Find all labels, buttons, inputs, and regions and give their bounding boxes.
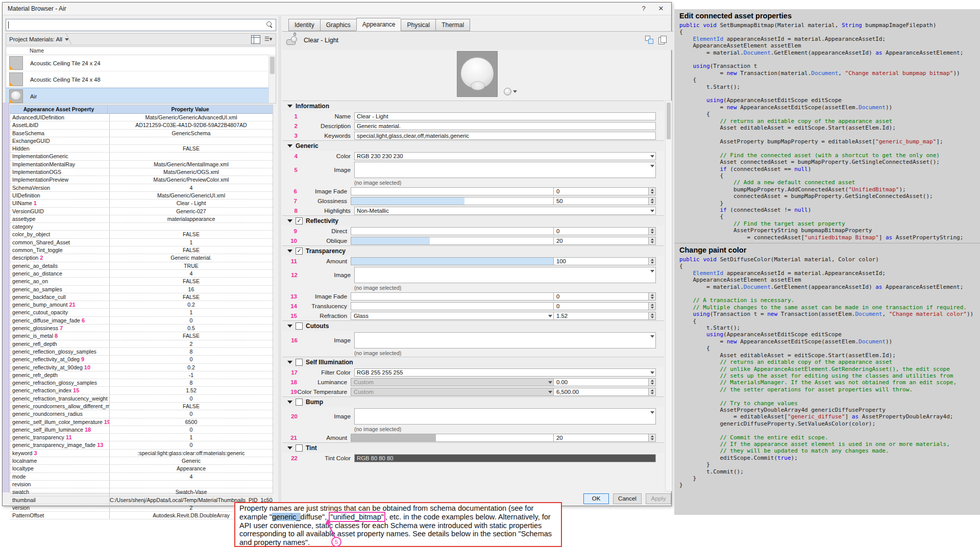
value-box[interactable]: 0 [554,227,649,235]
table-row[interactable]: generic_reflectivity_at_90deg100.2 [10,364,273,371]
duplicate-asset-icon[interactable] [658,36,666,44]
table-row[interactable]: HiddenFALSE [10,145,273,153]
table-row[interactable]: mode4 [10,473,273,481]
value-box[interactable]: 50 [554,197,649,205]
code-block[interactable]: public void SetBumpmapBitmap(Material ma… [679,22,975,241]
collapse-triangle-icon[interactable] [287,144,292,147]
collapse-triangle-icon[interactable] [287,401,292,404]
table-row[interactable]: thumbnailC:/Users/shenj/AppData/Local/Te… [10,496,273,504]
spinner-control[interactable] [649,434,656,442]
table-row[interactable]: generic_reflection_glossy_samples8 [10,348,273,356]
section-header-generic[interactable]: Generic [282,140,664,151]
collapse-triangle-icon[interactable] [287,325,292,328]
color-field[interactable]: RGB 255 255 255 [354,368,656,377]
value-box[interactable]: 100 [554,257,649,265]
ok-button[interactable]: OK [583,493,609,504]
cancel-button[interactable]: Cancel [613,493,642,504]
spinner-control[interactable] [649,302,656,310]
tab-graphics[interactable]: Graphics [320,19,356,31]
spinner-control[interactable] [649,227,656,235]
table-row[interactable]: VersionGUIDGeneric-027 [10,208,273,215]
table-row[interactable]: generic_reflectivity_at_0deg90 [10,356,273,363]
value-box[interactable]: 20 [554,237,649,245]
table-row[interactable]: generic_glossiness70.5 [10,325,273,332]
image-field[interactable] [354,162,656,178]
table-row[interactable]: generic_transparency_image_fade130 [10,441,273,449]
pane-splitter[interactable] [278,16,281,505]
section-header-reflectivity[interactable]: ✓Reflectivity [282,215,664,226]
slider-track[interactable] [351,302,554,310]
editor-scrollbar[interactable] [665,101,672,491]
value-box[interactable]: 6,500.00 [554,388,649,396]
table-row[interactable]: generic_transparency111 [10,434,273,441]
section-checkbox[interactable] [296,444,303,452]
table-row[interactable]: generic_ao_distance4 [10,270,273,278]
section-checkbox[interactable]: ✓ [296,247,303,255]
title-bar[interactable]: Material Browser - Air [3,3,671,15]
table-row[interactable]: generic_refraction_glossy_samples8 [10,379,273,387]
spinner-control[interactable] [649,187,656,195]
table-row[interactable]: keyword3:special:light:glass:clear:off:m… [10,450,273,457]
collapse-triangle-icon[interactable] [287,250,292,253]
swap-asset-icon[interactable] [645,36,653,44]
image-field[interactable] [354,267,656,283]
table-row[interactable]: ImplementationOGSMats/Generic/OGS.xml [10,168,273,176]
spinner-control[interactable] [649,388,656,396]
table-row[interactable]: category [10,223,273,231]
section-checkbox[interactable] [296,359,303,366]
table-row[interactable]: swatchSwatch-Vase [10,488,273,496]
table-row[interactable]: generic_is_metal8FALSE [10,332,273,340]
search-input[interactable] [6,19,276,31]
value-box[interactable]: 0 [554,292,649,301]
slider-track[interactable] [351,434,554,442]
value-box[interactable]: 0.00 [554,378,649,386]
slider-track[interactable] [351,257,554,265]
section-checkbox[interactable]: ✓ [296,217,303,225]
section-header-self-illumination[interactable]: Self Illumination [282,357,664,367]
list-header-name[interactable]: Name [6,47,276,55]
spinner-control[interactable] [649,312,656,320]
section-checkbox[interactable] [296,322,303,330]
value-box[interactable]: 0 [554,302,649,310]
value-box[interactable]: 1.52 [554,312,649,320]
text-field[interactable]: Generic material. [354,122,656,130]
spinner-control[interactable] [649,197,656,205]
split-view-icon[interactable] [251,35,260,44]
table-row[interactable]: UIName1Clear - Light [10,200,273,207]
table-row[interactable]: generic_bump_amount210.2 [10,301,273,309]
table-row[interactable]: localtypeAppearance [10,465,273,472]
color-field[interactable]: RGB 80 80 80 [354,454,656,462]
table-left-scroll-strip[interactable] [3,103,9,492]
table-row[interactable]: generic_ao_detailsTRUE [10,262,273,270]
table-row[interactable]: generic_refraction_index151.52 [10,387,273,394]
value-box[interactable]: 0 [554,187,649,195]
table-row[interactable]: localnameGeneric [10,457,273,465]
table-row[interactable]: color_by_objectFALSE [10,231,273,238]
table-row[interactable]: ImplementationPreviewMats/Generic/Previe… [10,176,273,184]
table-row[interactable]: generic_refr_depth-1 [10,371,273,379]
tab-identity[interactable]: Identity [288,19,320,31]
dropdown[interactable]: Glass [351,312,554,320]
table-row[interactable]: generic_self_illum_color_temperature1965… [10,418,273,426]
table-row[interactable]: SchemaVersion4 [10,184,273,192]
spinner-control[interactable] [649,292,656,301]
table-row[interactable]: ExchangeGUID [10,137,273,145]
tab-appearance[interactable]: Appearance [356,18,401,31]
table-row[interactable]: assettypematerialappearance [10,215,273,223]
table-row[interactable]: common_Shared_Asset1 [10,239,273,246]
collapse-triangle-icon[interactable] [287,105,292,108]
table-row[interactable]: AssetLibIDAD121259-C03E-4A1D-92D8-59A22B… [10,121,273,129]
image-field[interactable] [354,332,656,348]
close-button[interactable]: ✕ [654,4,668,14]
slider-track[interactable] [351,187,554,195]
collapse-triangle-icon[interactable] [287,361,292,364]
section-header-information[interactable]: Information [282,101,664,111]
table-header-property[interactable]: Appearance Asset Property [10,105,108,113]
table-row[interactable]: generic_refl_depth2 [10,340,273,348]
slider-track[interactable] [351,292,554,301]
table-row[interactable]: generic_ao_onFALSE [10,278,273,285]
slider-track[interactable] [351,237,554,245]
section-header-cutouts[interactable]: Cutouts [282,320,664,331]
table-header-value[interactable]: Property Value [108,105,273,113]
section-header-tint[interactable]: Tint [282,442,664,453]
